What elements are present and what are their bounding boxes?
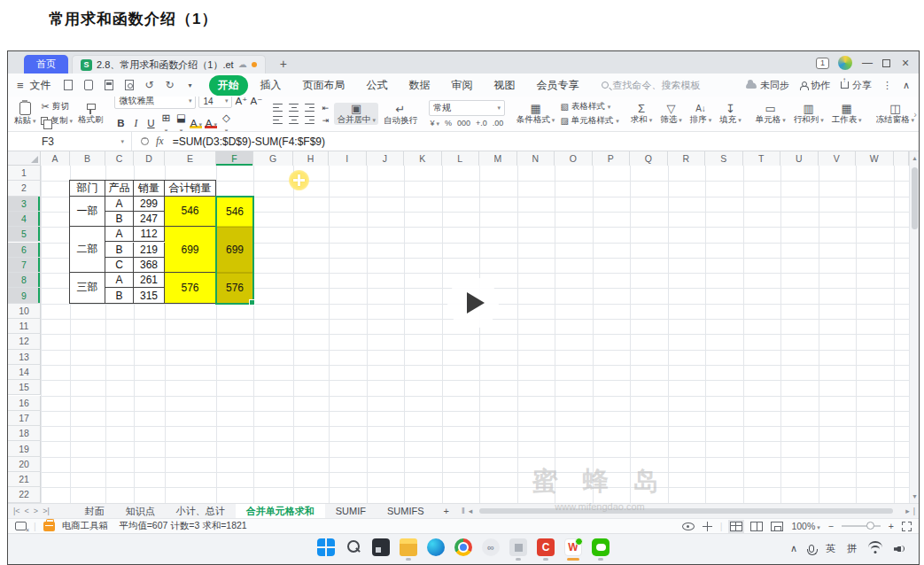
menu-tab-会员专享[interactable]: 会员专享 [528, 75, 588, 96]
cell-total-e[interactable]: 546 [165, 197, 216, 228]
column-header-T[interactable]: T [743, 151, 781, 166]
cell-qty[interactable]: 299 [134, 197, 165, 212]
print-preview-icon[interactable] [122, 78, 136, 92]
tab-split-handle[interactable]: ‖ [462, 507, 465, 515]
quickbar-more-icon[interactable]: ▾ [183, 78, 198, 92]
cell-dept-二部[interactable]: 二部 [70, 227, 105, 273]
menu-tab-审阅[interactable]: 审阅 [443, 75, 482, 96]
toolbox-icon[interactable] [43, 522, 55, 531]
sheet-tab-合并单元格求和[interactable]: 合并单元格求和 [236, 504, 325, 518]
column-header-K[interactable]: K [404, 151, 442, 166]
row-header-10[interactable]: 10 [8, 304, 41, 319]
sheet-nav-2[interactable]: > [34, 507, 38, 515]
hscroll-left-icon[interactable]: ◂ [469, 507, 473, 515]
vertical-scrollbar[interactable]: ▲ ▼ [909, 151, 919, 503]
table-header-D2[interactable]: 销量 [134, 181, 165, 196]
row-header-13[interactable]: 13 [8, 350, 41, 365]
minimize-button[interactable]: — [861, 57, 874, 69]
cell-product[interactable]: A [105, 273, 134, 288]
video-frame[interactable]: 首页 S 2.8、常用求和函数介绍（1）.et ☁ + 1 — × ≡ 文件 ↺… [7, 50, 920, 565]
row-header-22[interactable]: 22 [8, 487, 41, 502]
table-header-C2[interactable]: 产品 [105, 181, 134, 196]
cell-dept-三部[interactable]: 三部 [70, 273, 105, 304]
conditional-format-button[interactable]: ▦条件格式 [514, 103, 557, 125]
sum-button[interactable]: Σ求和 [628, 103, 655, 125]
table-header-E2[interactable]: 合计销量 [165, 181, 216, 196]
column-header-V[interactable]: V [819, 151, 857, 166]
sheet-tab-封面[interactable]: 封面 [74, 504, 115, 518]
tray-chevron-icon[interactable]: ∧ [790, 543, 797, 554]
share-button[interactable]: 分享 [841, 79, 872, 92]
shading-button[interactable]: ⬓ [175, 112, 187, 132]
align-left-icon[interactable] [271, 115, 284, 125]
row-header-9[interactable]: 9 [8, 288, 41, 303]
hscroll-right-icon[interactable]: ▸ [905, 507, 910, 515]
column-header-N[interactable]: N [517, 151, 555, 166]
wechat-icon[interactable] [592, 538, 610, 556]
sheet-nav-1[interactable]: < [25, 507, 29, 515]
file-menu[interactable]: 文件 [30, 78, 51, 93]
search-icon[interactable] [345, 538, 362, 556]
toolbox-label[interactable]: 电商工具箱 [62, 520, 109, 532]
column-header-F[interactable]: F [216, 151, 253, 166]
row-header-6[interactable]: 6 [8, 243, 41, 258]
align-top-icon[interactable] [271, 103, 284, 112]
cell-qty[interactable]: 368 [134, 258, 165, 273]
align-right-icon[interactable] [303, 115, 316, 125]
menu-tab-公式[interactable]: 公式 [358, 75, 397, 96]
restore-button[interactable] [882, 59, 890, 67]
row-header-18[interactable]: 18 [8, 426, 41, 441]
page-break-view-icon[interactable] [771, 522, 783, 531]
row-header-11[interactable]: 11 [8, 319, 41, 334]
window-count-badge[interactable]: 1 [816, 58, 829, 69]
align-bottom-icon[interactable] [303, 103, 316, 112]
sheet-nav-3[interactable]: >| [43, 507, 50, 515]
select-all-corner[interactable] [8, 151, 41, 166]
undo-icon[interactable]: ↺ [143, 78, 157, 92]
cell-dept-一部[interactable]: 一部 [70, 197, 105, 228]
fx-icon[interactable]: fx [156, 135, 164, 148]
zoom-slider-thumb[interactable] [866, 522, 874, 530]
eye-protection-icon[interactable] [682, 522, 695, 530]
start-icon[interactable] [317, 538, 335, 556]
sheet-tab-知识点[interactable]: 知识点 [115, 504, 166, 518]
cell-style-button[interactable]: ▨单元格样式 [560, 115, 618, 127]
column-header-A[interactable]: A [41, 151, 70, 166]
save-icon[interactable] [82, 78, 96, 92]
column-header-R[interactable]: R [668, 151, 706, 166]
volume-icon[interactable] [894, 544, 906, 553]
home-tab[interactable]: 首页 [24, 55, 68, 74]
chrome-icon[interactable] [454, 538, 472, 556]
column-header-D[interactable]: D [134, 151, 165, 166]
increase-font-button[interactable]: A⁺ [235, 97, 247, 107]
column-header-I[interactable]: I [329, 151, 367, 166]
table-header-B2[interactable]: 部门 [70, 181, 105, 196]
ime-pinyin-indicator[interactable]: 拼 [847, 542, 857, 555]
align-middle-icon[interactable] [287, 103, 300, 112]
cells-button[interactable]: ▭单元格 [753, 103, 788, 125]
menu-tab-插入[interactable]: 插入 [252, 75, 291, 96]
redo-icon[interactable]: ↻ [163, 78, 177, 92]
task-view-icon[interactable] [372, 538, 390, 556]
copy-button[interactable]: 复制 [41, 115, 72, 127]
sheet-tab-小计、总计[interactable]: 小计、总计 [166, 504, 236, 518]
column-header-U[interactable]: U [780, 151, 819, 166]
column-header-Q[interactable]: Q [630, 151, 668, 166]
cell-product[interactable]: B [105, 288, 134, 303]
column-header-E[interactable]: E [165, 151, 216, 166]
row-header-14[interactable]: 14 [8, 365, 41, 380]
menu-tab-视图[interactable]: 视图 [485, 75, 524, 96]
rows-cols-button[interactable]: ▥行和列 [791, 103, 827, 125]
sync-status[interactable]: 未同步 [746, 79, 789, 92]
spreadsheet-grid[interactable]: ▲ ▼ ABCDEFGHIJKLMNOPQRSTUVW1234567891011… [8, 151, 919, 503]
row-header-4[interactable]: 4 [8, 212, 41, 227]
hamburger-icon[interactable]: ≡ [17, 79, 24, 92]
command-search[interactable]: 查找命令、搜索模板 [602, 79, 701, 92]
scroll-up-icon[interactable]: ▲ [912, 155, 918, 161]
fill-color-button[interactable]: A [190, 118, 202, 128]
decrease-font-button[interactable]: A⁻ [250, 97, 262, 107]
file-explorer-icon[interactable] [400, 538, 417, 556]
cell-qty[interactable]: 247 [134, 212, 165, 227]
align-center-icon[interactable] [287, 115, 300, 125]
row-header-2[interactable]: 2 [8, 181, 41, 196]
